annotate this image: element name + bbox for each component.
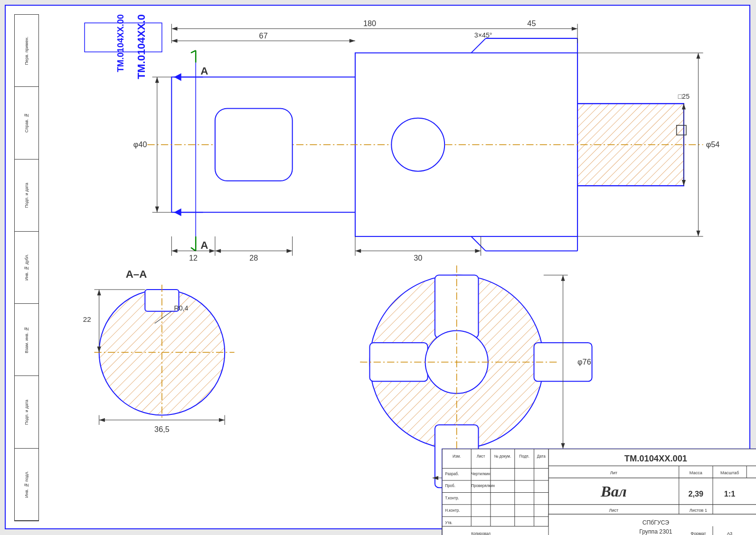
svg-text:φ40: φ40 [133, 140, 147, 149]
svg-text:67: 67 [259, 31, 268, 40]
svg-text:φ54: φ54 [706, 140, 720, 149]
svg-text:□25: □25 [678, 93, 690, 100]
svg-marker-34 [171, 27, 177, 30]
svg-text:2,39: 2,39 [689, 489, 704, 498]
svg-text:R0,4: R0,4 [174, 304, 188, 312]
svg-text:Копировал: Копировал [471, 532, 491, 535]
svg-point-19 [391, 118, 444, 171]
svg-rect-18 [215, 108, 293, 181]
svg-line-7 [471, 38, 486, 53]
svg-marker-41 [350, 39, 355, 43]
svg-text:Дата: Дата [537, 454, 546, 459]
svg-text:Чертилкин: Чертилкин [471, 472, 490, 476]
svg-text:ТМ.0104ХХ.001: ТМ.0104ХХ.001 [115, 14, 125, 72]
svg-marker-48 [155, 206, 159, 212]
svg-text:Лист: Лист [609, 508, 619, 513]
sidebar-section-7: Инв. № подл. [15, 449, 38, 521]
svg-text:36,5: 36,5 [154, 425, 170, 433]
svg-marker-90 [97, 290, 101, 295]
svg-text:φ76: φ76 [577, 357, 591, 366]
svg-marker-74 [355, 249, 361, 253]
svg-text:Изм.: Изм. [453, 454, 461, 459]
svg-text:Лист: Лист [477, 454, 485, 459]
svg-text:Формат: Формат [690, 531, 706, 535]
svg-text:Масштаб: Масштаб [720, 470, 739, 475]
svg-text:Разраб.: Разраб. [445, 472, 459, 476]
svg-marker-109 [561, 275, 565, 281]
svg-line-29 [191, 50, 196, 53]
svg-text:Т.контр.: Т.контр. [445, 496, 459, 500]
sidebar-section-5: Взам. инв. № [15, 304, 38, 376]
part-number-topleft: ТМ.0104ХХ.001 [135, 14, 147, 79]
svg-marker-40 [171, 39, 177, 43]
sidebar-section-6: Подп. и дата [15, 376, 38, 448]
svg-text:№ докум.: № докум. [494, 454, 511, 459]
svg-text:180: 180 [363, 19, 376, 28]
svg-text:Подп.: Подп. [519, 454, 529, 459]
svg-marker-63 [171, 249, 177, 253]
svg-text:28: 28 [249, 253, 258, 262]
svg-marker-96 [219, 418, 225, 422]
svg-text:Масса: Масса [690, 470, 703, 475]
svg-text:А: А [200, 65, 208, 77]
svg-text:СПбГУСЭ: СПбГУСЭ [643, 519, 670, 526]
sidebar-section-4: Инв. № дубл. [15, 232, 38, 304]
svg-marker-54 [696, 231, 700, 236]
sidebar-section-2: Справ. № [15, 87, 38, 159]
svg-text:45: 45 [527, 19, 536, 28]
svg-text:22: 22 [83, 315, 91, 323]
sidebar-label-5: Взам. инв. № [24, 327, 29, 353]
sidebar-label-7: Инв. № подл. [24, 471, 29, 497]
svg-line-8 [471, 236, 486, 251]
svg-text:А–А: А–А [126, 268, 147, 280]
left-sidebar: Перв. примен. Справ. № Подп. и дата Инв.… [14, 14, 39, 521]
svg-rect-139 [442, 449, 548, 535]
svg-marker-69 [215, 249, 221, 253]
drawing-sheet: Перв. примен. Справ. № Подп. и дата Инв.… [5, 5, 750, 529]
sidebar-section-3: Подп. и дата [15, 160, 38, 232]
svg-text:Н.контр.: Н.контр. [445, 508, 460, 513]
svg-text:Группа 2301: Группа 2301 [639, 528, 672, 535]
svg-text:30: 30 [414, 253, 422, 262]
svg-text:1:1: 1:1 [724, 489, 736, 498]
svg-text:А3: А3 [727, 531, 732, 535]
svg-marker-53 [696, 53, 700, 58]
sidebar-label-1: Перв. примен. [24, 37, 29, 65]
svg-marker-64 [209, 249, 215, 253]
svg-text:А: А [200, 239, 208, 251]
svg-marker-110 [561, 443, 565, 449]
svg-text:Вал: Вал [600, 483, 627, 500]
svg-marker-75 [475, 249, 481, 253]
svg-text:12: 12 [189, 253, 198, 262]
svg-marker-95 [99, 418, 105, 422]
sidebar-label-3: Подп. и дата [24, 183, 29, 208]
svg-rect-134 [548, 505, 756, 514]
sidebar-label-6: Подп. и дата [24, 400, 29, 425]
svg-line-32 [191, 247, 196, 251]
svg-text:Лит: Лит [610, 470, 618, 475]
svg-marker-47 [155, 77, 159, 83]
svg-text:Проб.: Проб. [445, 484, 455, 488]
sidebar-section-1: Перв. примен. [15, 15, 38, 87]
svg-text:3×45°: 3×45° [474, 31, 492, 39]
svg-text:ТМ.0104ХХ.001: ТМ.0104ХХ.001 [624, 453, 687, 463]
sidebar-label-2: Справ. № [24, 113, 29, 132]
svg-text:Утв.: Утв. [445, 521, 452, 525]
main-drawing: ТМ.0104ХХ.001 ТМ.0104ХХ.001 [39, 14, 756, 535]
sidebar-label-4: Инв. № дубл. [24, 254, 29, 281]
svg-marker-70 [286, 249, 292, 253]
svg-text:Проверялкин: Проверялкин [471, 484, 495, 488]
svg-text:Листов 1: Листов 1 [690, 508, 707, 513]
